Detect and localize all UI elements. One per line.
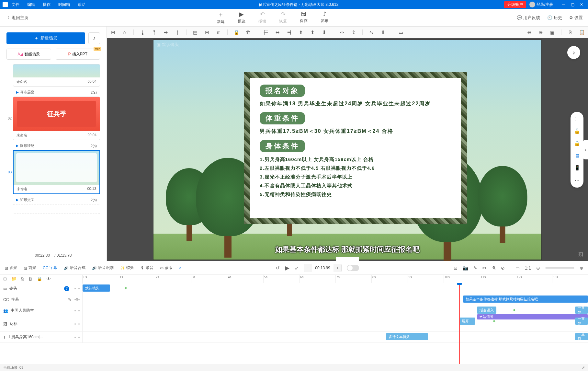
delete-track-icon[interactable]: 🗑 (28, 276, 32, 281)
canvas-area[interactable]: 报名对象 如果你年满18 男兵毕业生未超过24周岁 女兵毕业生未超过22周岁 体… (107, 38, 588, 261)
redo-button[interactable]: ↷恢复 (279, 11, 287, 25)
menu-edit[interactable]: 编辑 (27, 2, 35, 7)
smart-scene-button[interactable]: A◢智能场景 (6, 49, 51, 60)
more-icon[interactable]: ⋯ (575, 177, 580, 183)
preview-button[interactable]: ▶预览 (238, 11, 245, 25)
align-up-icon[interactable]: ⭱ (151, 29, 157, 35)
time-plus-button[interactable]: + (334, 264, 341, 272)
delete-icon[interactable]: 🗑 (245, 29, 251, 35)
folder-icon[interactable]: 📁 (11, 276, 17, 281)
copy-track-icon[interactable]: ⎘ (21, 276, 24, 281)
transition-row[interactable]: ▶圆形转场2(s) (6, 141, 100, 150)
settings-button[interactable]: ⚙设置 (569, 15, 583, 21)
scene-list[interactable]: 未命名00:04 ▶幕布层叠2(s) 02 征兵季 未命名00:04 ▶圆形转场… (6, 64, 100, 251)
insert-ppt-button[interactable]: P插入PPTVIP (56, 49, 100, 60)
scene-card-selected[interactable]: 未命名00:13 (13, 150, 100, 194)
close-button[interactable]: ✕ (578, 2, 585, 7)
tab-tts[interactable]: 🔊语音合成 (64, 265, 85, 271)
add-keyframe-icon[interactable]: ✦ (510, 307, 519, 314)
distribute-icon[interactable]: ▤ (192, 29, 198, 35)
effect-clip[interactable]: 一直显 (575, 318, 588, 325)
side-panel-handle[interactable]: ‹ (583, 140, 588, 159)
play-button[interactable]: ▶ (285, 264, 289, 272)
tab-mask[interactable]: ▭蒙版 (160, 265, 173, 271)
track-row[interactable]: 👥中国人民防空 渐变进入 ✦ 一直显 ⇄ 站·宣誓 (0, 305, 588, 316)
tab-extra[interactable]: ○ (179, 266, 181, 270)
align-top-icon[interactable]: ⭡ (175, 29, 180, 35)
camera-icon[interactable]: 📷 (463, 265, 468, 271)
copy-icon[interactable]: ⎘ (567, 29, 573, 35)
tab-background[interactable]: ▨背景 (5, 265, 17, 271)
frame-icon[interactable]: ▭ (515, 265, 520, 271)
effect-clip[interactable]: 渐变进入 (477, 307, 496, 314)
zoom-out-icon[interactable]: ⊖ (536, 265, 540, 271)
menu-help[interactable]: 帮助 (78, 2, 85, 7)
expand-status-icon[interactable]: ⤢ (582, 365, 585, 370)
maximize-button[interactable]: ▢ (569, 2, 576, 7)
track-row[interactable]: T1 男兵身高160cm|... 多行文本特效 一直显 (0, 332, 588, 343)
paste-icon[interactable]: 📋 (579, 29, 585, 35)
menu-timeline[interactable]: 时间轴 (58, 2, 70, 7)
edit-icon[interactable]: ✎ (68, 297, 71, 302)
scene-item[interactable]: 03 未命名00:13 (6, 150, 100, 194)
align-center-icon[interactable]: ⬌ (275, 29, 280, 35)
undo-button[interactable]: ↶撤销 (258, 11, 266, 25)
lock-track-icon[interactable]: 🔒 (37, 276, 42, 281)
track-row-camera[interactable]: ▭镜头? 默认镜头 ✦ (0, 283, 588, 294)
filter-icon[interactable]: ⚗ (492, 265, 496, 271)
scene-card[interactable]: 未命名00:04 (13, 64, 100, 87)
zoom-out-icon[interactable]: ⊖ (526, 29, 532, 35)
camera-clip[interactable]: 默认镜头 (83, 284, 110, 292)
fullscreen-icon[interactable]: ⛶ (575, 116, 580, 122)
lock-icon[interactable]: 🔒 (233, 29, 239, 35)
time-ruler[interactable]: 0s1s2s3s4s5s6s7s8s9s10s11s12s13s (83, 275, 588, 283)
zoom-in-icon[interactable]: ⊕ (538, 29, 544, 35)
info-card[interactable]: 报名对象 如果你年满18 男兵毕业生未超过24周岁 女兵毕业生未超过22周岁 体… (244, 72, 467, 224)
text-effect-clip[interactable]: 多行文本特效 (386, 333, 428, 340)
expand-icon[interactable]: ⤢ (295, 265, 299, 271)
effect-clip[interactable]: 一直显 (575, 333, 588, 340)
tab-foreground[interactable]: ▨前景 (24, 265, 36, 271)
align-down-icon[interactable]: ⭳ (140, 29, 145, 35)
new-button[interactable]: ＋新建 (217, 11, 225, 25)
canvas-music-button[interactable]: ♪ (567, 46, 580, 59)
canvas-stage[interactable]: 报名对象 如果你年满18 男兵毕业生未超过24周岁 女兵毕业生未超过22周岁 体… (153, 40, 542, 260)
edit-icon[interactable]: ✎ (473, 265, 477, 271)
time-stepper[interactable]: − 00:13.99 + (304, 264, 342, 272)
merge-icon[interactable]: ⫙ (216, 29, 221, 35)
dist-h-icon[interactable]: ⇔ (339, 29, 345, 35)
effect-clip[interactable]: 一直显 (575, 307, 588, 314)
dist-v-icon[interactable]: ⇕ (351, 29, 356, 35)
effect-clip[interactable]: 展开 (459, 318, 475, 325)
login-button[interactable]: 登录/注册 (537, 2, 553, 7)
history-button[interactable]: 🕘历史 (547, 15, 562, 21)
scene-item[interactable]: 02 征兵季 未命名00:04 (6, 97, 100, 140)
align-vbot-icon[interactable]: ⬇ (321, 29, 327, 35)
publish-button[interactable]: ⤴发布 (321, 11, 328, 25)
zoom-slider[interactable] (545, 267, 574, 269)
marker-icon[interactable]: ⊡ (454, 265, 458, 271)
menu-action[interactable]: 操作 (43, 2, 51, 7)
add-track-icon[interactable]: ⊞ (3, 276, 7, 281)
align-left-icon[interactable]: ⬱ (263, 29, 269, 35)
flip-v-icon[interactable]: ⥮ (380, 29, 386, 35)
save-button[interactable]: 🖫保存 (300, 11, 308, 25)
align-vmid-icon[interactable]: ⬍ (310, 29, 315, 35)
subtitle-clip[interactable]: 如果基本条件都达标 那就抓紧时间应征报名吧 (463, 296, 588, 303)
loop-toggle[interactable] (347, 265, 359, 271)
home-icon[interactable]: ⌂ (122, 29, 128, 35)
transition-row[interactable]: ▶矩形交叉2(s) (6, 195, 100, 204)
scene-card[interactable]: 征兵季 未命名00:04 (13, 97, 100, 140)
align-right-icon[interactable]: ⇶ (286, 29, 292, 35)
transition-row[interactable]: ▶幕布层叠2(s) (6, 88, 100, 97)
lock-open-icon[interactable]: 🔒 (574, 141, 580, 146)
menu-file[interactable]: 文件 (12, 2, 19, 7)
tab-effects[interactable]: ✨特效 (120, 265, 134, 271)
back-home-button[interactable]: 〈 返回主页 (5, 15, 28, 21)
feedback-button[interactable]: 💬用户反馈 (517, 15, 540, 21)
flip-h-icon[interactable]: ⇋ (368, 29, 374, 35)
desktop-icon[interactable]: 🖥 (575, 153, 580, 158)
add-keyframe-icon[interactable]: ✦ (490, 318, 499, 325)
mobile-icon[interactable]: 📱 (574, 165, 580, 171)
rewind-icon[interactable]: ↺ (276, 265, 280, 271)
